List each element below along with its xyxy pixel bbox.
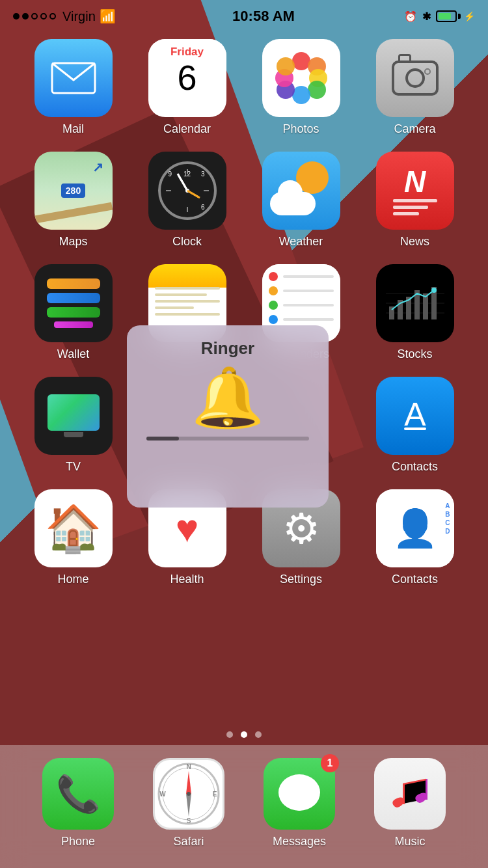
app-tv-label: TV: [66, 460, 81, 474]
status-right: ⏰ ✱ ⚡: [397, 10, 475, 23]
svg-text:A: A: [404, 396, 426, 433]
svg-text:W: W: [159, 791, 166, 798]
messages-badge: 1: [321, 754, 339, 772]
app-wallet-label: Wallet: [57, 347, 89, 361]
signal-dot-2: [22, 13, 29, 20]
app-news[interactable]: N News: [361, 152, 468, 249]
dock-safari-label: Safari: [173, 835, 204, 848]
page-dot-3[interactable]: [255, 731, 262, 738]
signal-strength: [13, 13, 56, 20]
signal-dot-3: [31, 13, 38, 20]
app-home-label: Home: [57, 573, 88, 586]
app-weather[interactable]: Weather: [247, 152, 355, 249]
app-home[interactable]: 🏠 Home: [20, 489, 127, 586]
app-clock[interactable]: 3 6 9 12 Clock: [133, 152, 241, 249]
svg-point-21: [187, 792, 191, 796]
app-news-label: News: [400, 235, 429, 249]
dock-music-label: Music: [394, 835, 425, 848]
app-contacts-label: Contacts: [392, 573, 438, 586]
app-calendar[interactable]: Friday 6 Calendar: [133, 39, 241, 136]
svg-rect-24: [403, 783, 405, 804]
signal-dot-4: [40, 13, 47, 20]
app-photos[interactable]: Photos: [247, 39, 355, 136]
app-stocks[interactable]: Stocks: [361, 264, 468, 361]
app-maps[interactable]: 280 ↗ Maps: [20, 152, 127, 249]
status-bar: Virgin 📶 10:58 AM ⏰ ✱ ⚡: [0, 0, 488, 33]
svg-text:S: S: [187, 817, 191, 824]
app-tv[interactable]: TV: [20, 377, 127, 474]
app-calendar-label: Calendar: [163, 122, 211, 136]
signal-dot-5: [49, 13, 56, 20]
carrier-label: Virgin: [62, 9, 96, 24]
calendar-day-name: Friday: [148, 46, 226, 59]
ringer-title: Ringer: [201, 338, 254, 359]
page-dot-1[interactable]: [226, 731, 233, 738]
dock-app-phone[interactable]: 📞 Phone: [26, 758, 130, 848]
svg-rect-25: [426, 779, 427, 800]
app-mail-label: Mail: [62, 122, 84, 136]
ringer-slider-container[interactable]: [140, 437, 316, 441]
app-health-label: Health: [170, 573, 204, 586]
svg-text:N: N: [186, 763, 191, 770]
svg-text:E: E: [213, 791, 217, 798]
ringer-slider-fill: [146, 437, 179, 441]
app-appstore[interactable]: A Contacts: [361, 377, 468, 474]
signal-dot-1: [13, 13, 20, 20]
alarm-icon: ⏰: [404, 10, 417, 23]
app-contacts[interactable]: 👤 A B C D Contacts: [361, 489, 468, 586]
page-dots: [0, 731, 488, 738]
app-maps-label: Maps: [59, 235, 87, 249]
ringer-bell-icon: 🔔: [191, 368, 264, 427]
dock-app-music[interactable]: Music: [358, 758, 462, 848]
dock: 📞 Phone N S W E Safari: [0, 745, 488, 868]
battery-indicator: ⚡: [436, 10, 475, 22]
app-camera-label: Camera: [394, 122, 435, 136]
bluetooth-icon: ✱: [422, 10, 431, 23]
app-settings-label: Settings: [280, 573, 322, 586]
app-stocks-label: Stocks: [397, 347, 432, 361]
app-mail[interactable]: Mail: [20, 39, 127, 136]
status-time: 10:58 AM: [130, 8, 397, 25]
app-camera[interactable]: Camera: [361, 39, 468, 136]
svg-point-10: [431, 288, 437, 293]
app-weather-label: Weather: [279, 235, 323, 249]
dock-app-safari[interactable]: N S W E Safari: [137, 758, 241, 848]
app-wallet[interactable]: Wallet: [20, 264, 127, 361]
dock-messages-label: Messages: [273, 835, 326, 848]
app-clock-label: Clock: [172, 235, 202, 249]
app-photos-label: Photos: [282, 122, 319, 136]
app-appstore-label: Contacts: [392, 460, 438, 474]
dock-app-messages[interactable]: 1 Messages: [247, 758, 351, 848]
status-left: Virgin 📶: [13, 8, 130, 24]
page-dot-2[interactable]: [241, 731, 247, 738]
ringer-slider-track: [146, 437, 309, 441]
dock-phone-label: Phone: [61, 835, 95, 848]
calendar-day-number: 6: [148, 59, 226, 97]
ringer-popup: Ringer 🔔: [127, 325, 329, 508]
wifi-icon: 📶: [100, 8, 116, 24]
